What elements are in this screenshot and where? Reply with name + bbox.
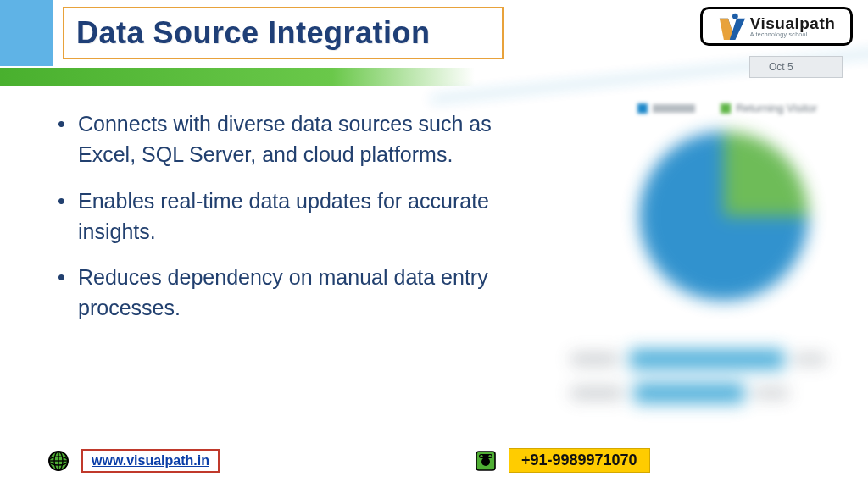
bg-date-tab: Oct 5 [749, 56, 843, 78]
title-box: Data Source Integration [63, 7, 504, 59]
bullet-item: Reduces dependency on manual data entry … [53, 262, 502, 324]
bullet-list: Connects with diverse data sources such … [53, 108, 502, 339]
bg-legend: Returning Visitor [637, 102, 817, 114]
globe-icon [47, 450, 70, 472]
phone-number: +91-9989971070 [509, 448, 650, 473]
bullet-item: Enables real-time data updates for accur… [53, 186, 502, 247]
logo-brand: Visualpath [750, 15, 836, 31]
footer: www.visualpath.in +91-9989971070 [0, 447, 868, 488]
bg-legend-returning: Returning Visitor [736, 102, 817, 114]
website-link[interactable]: www.visualpath.in [81, 449, 220, 473]
bg-pie-chart [639, 131, 809, 301]
corner-blue-block [0, 0, 53, 66]
bullet-item: Connects with diverse data sources such … [53, 108, 502, 170]
slide: Oct 5 Returning Visitor Data Source Inte… [0, 0, 868, 488]
contact-phone: +91-9989971070 [475, 448, 650, 473]
bg-bar-charts [571, 347, 826, 415]
phone-icon [475, 450, 497, 472]
logo-box: Visualpath A technology school [700, 7, 853, 46]
svg-point-0 [732, 14, 738, 19]
svg-point-7 [481, 458, 490, 466]
slide-title: Data Source Integration [76, 15, 431, 51]
visualpath-logo-icon [718, 13, 747, 40]
green-accent-bar [0, 68, 475, 86]
logo-tagline: A technology school [750, 31, 836, 37]
svg-point-9 [480, 454, 482, 457]
contact-website: www.visualpath.in [47, 449, 220, 473]
logo-text: Visualpath A technology school [750, 15, 836, 37]
svg-point-10 [488, 454, 491, 457]
